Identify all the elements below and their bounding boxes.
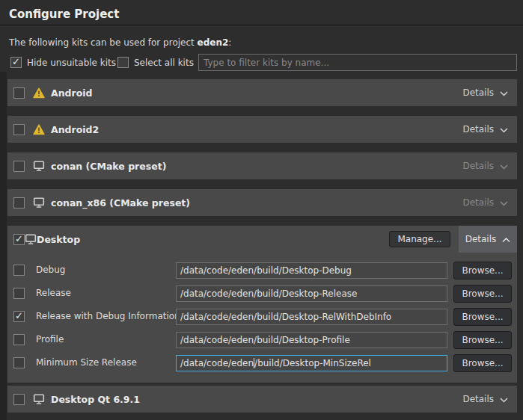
build-config-row-debug: Debug Browse... (7, 262, 517, 280)
details-toggle-android2[interactable]: Details (453, 116, 517, 143)
browse-button-debug[interactable]: Browse... (453, 262, 512, 280)
title-separator (0, 25, 523, 25)
kit-row-android: Android Details (7, 79, 517, 106)
build-config-checkbox-minsizerel[interactable] (13, 357, 25, 368)
hide-unsuitable-kits-checkbox[interactable] (10, 57, 22, 68)
path-text-before-caret: /data/code/eden (180, 358, 254, 368)
desktop-icon (32, 160, 45, 172)
kit-row-conan: conan (CMake preset) Details (7, 152, 517, 179)
desktop-icon (32, 393, 45, 405)
build-config-checkbox-relwithdebinfo[interactable] (13, 311, 25, 322)
kit-checkbox-android[interactable] (13, 87, 25, 99)
chevron-down-icon (500, 398, 508, 403)
kit-row-desktop-qt-691: Desktop Qt 6.9.1 Details (7, 386, 517, 413)
kit-checkbox-desktop-qt-691[interactable] (13, 394, 25, 405)
browse-button-minsizerel[interactable]: Browse... (453, 354, 512, 372)
left-edge-strip (0, 72, 7, 420)
build-config-row-profile: Profile Browse... (7, 331, 517, 349)
kit-row-android2: Android2 Details (7, 116, 517, 143)
kit-checkbox-android2[interactable] (13, 124, 25, 135)
chevron-down-icon (500, 128, 508, 133)
details-label: Details (462, 124, 494, 135)
kit-name: conan (CMake preset) (51, 161, 166, 172)
build-config-label: Release with Debug Information (36, 311, 180, 321)
build-config-checkbox-profile[interactable] (13, 334, 25, 345)
browse-button-release[interactable]: Browse... (453, 285, 512, 303)
desktop-icon (25, 233, 37, 245)
details-toggle-desktop[interactable]: Details (459, 226, 517, 253)
kit-name: Android (51, 87, 93, 99)
kit-row-conan-x86: conan_x86 (CMake preset) Details (7, 189, 517, 216)
details-label: Details (462, 87, 494, 98)
kit-checkbox-desktop[interactable] (13, 234, 25, 245)
build-dir-input-profile[interactable] (176, 332, 447, 348)
chevron-down-icon (500, 91, 508, 96)
project-name: eden2 (198, 37, 229, 48)
kit-section-desktop: Desktop Manage... Details Debug Browse..… (7, 226, 517, 383)
kit-name: Desktop (37, 234, 80, 245)
warning-icon (32, 124, 45, 135)
kit-filter-input[interactable] (198, 54, 517, 71)
details-label: Details (462, 161, 494, 171)
kit-name: Android2 (51, 124, 99, 135)
build-config-checkbox-debug[interactable] (13, 265, 25, 276)
build-config-row-minsizerel: Minimum Size Release /data/code/eden/bui… (7, 354, 517, 372)
kit-name: conan_x86 (CMake preset) (51, 197, 190, 209)
details-label: Details (462, 197, 494, 208)
intro-before: The following kits can be used for proje… (9, 37, 198, 48)
details-toggle-desktop-qt-691[interactable]: Details (453, 386, 517, 413)
kit-row-desktop: Desktop Manage... Details (7, 226, 517, 253)
build-config-label: Profile (36, 334, 64, 345)
details-toggle-conan[interactable]: Details (453, 152, 517, 179)
kit-checkbox-conan[interactable] (13, 161, 25, 172)
select-all-kits-option: Select all kits (117, 57, 194, 68)
intro-after: : (228, 37, 231, 48)
warning-icon (32, 87, 45, 99)
build-config-checkbox-release[interactable] (13, 288, 25, 299)
details-label: Details (462, 394, 494, 404)
build-config-label: Minimum Size Release (36, 357, 137, 368)
chevron-down-icon (500, 201, 508, 206)
kit-name: Desktop Qt 6.9.1 (51, 394, 140, 405)
build-dir-input-relwithdebinfo[interactable] (176, 309, 447, 325)
build-config-label: Debug (36, 265, 65, 275)
intro-text: The following kits can be used for proje… (9, 37, 231, 48)
chevron-down-icon (500, 164, 508, 170)
details-toggle-android[interactable]: Details (453, 79, 517, 106)
build-config-row-release: Release Browse... (7, 285, 517, 303)
build-dir-input-release[interactable] (176, 285, 447, 302)
kit-checkbox-conan-x86[interactable] (13, 197, 25, 209)
details-label: Details (465, 234, 497, 244)
manage-kits-button[interactable]: Manage... (389, 231, 450, 247)
build-config-row-relwithdebinfo: Release with Debug Information Browse... (7, 308, 517, 326)
browse-button-profile[interactable]: Browse... (453, 331, 512, 349)
desktop-icon (32, 197, 45, 209)
build-config-label: Release (36, 288, 71, 298)
build-dir-input-minsizerel[interactable]: /data/code/eden/build/Desktop-MinSizeRel (176, 355, 447, 371)
hide-unsuitable-kits-option: Hide unsuitable kits (10, 57, 116, 68)
browse-button-relwithdebinfo[interactable]: Browse... (453, 308, 512, 326)
chevron-up-icon (502, 238, 510, 243)
select-all-kits-label: Select all kits (134, 58, 194, 68)
details-toggle-conan-x86[interactable]: Details (453, 189, 517, 216)
hide-unsuitable-kits-label: Hide unsuitable kits (27, 58, 116, 68)
path-text-after-caret: /build/Desktop-MinSizeRel (254, 358, 371, 368)
build-dir-input-debug[interactable] (176, 262, 447, 279)
select-all-kits-checkbox[interactable] (117, 57, 129, 68)
page-title: Configure Project (9, 7, 119, 21)
